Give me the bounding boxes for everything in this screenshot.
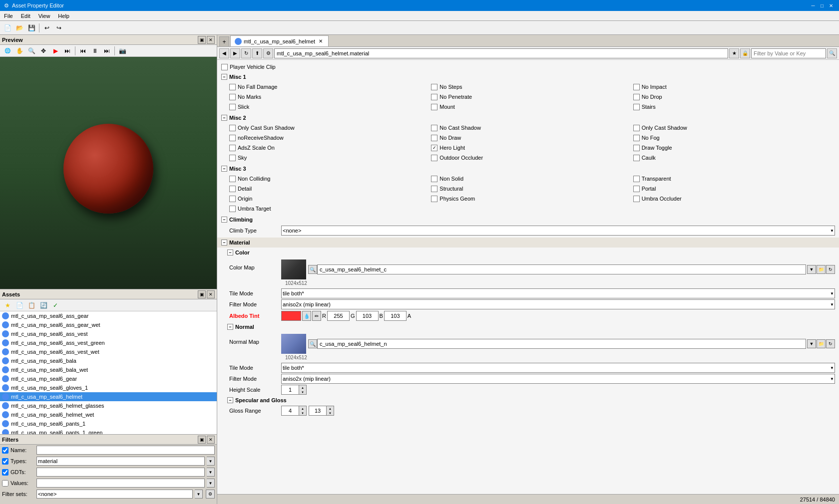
filter-types-input[interactable]: material xyxy=(36,457,205,466)
tab-material[interactable]: mtl_c_usa_mp_seal6_helmet ✕ xyxy=(230,35,329,46)
color-header[interactable]: − Color xyxy=(217,248,839,257)
detail-checkbox[interactable] xyxy=(229,186,236,192)
misc1-header[interactable]: − Misc 1 xyxy=(217,72,839,82)
non-solid-checkbox[interactable] xyxy=(431,176,437,182)
filter-sets-input[interactable]: <none> xyxy=(36,490,193,499)
address-input[interactable]: mtl_c_usa_mp_seal6_helmet.material xyxy=(274,48,728,58)
preview-camera-button[interactable]: 📷 xyxy=(117,45,128,56)
no-draw-checkbox[interactable] xyxy=(431,135,437,141)
gloss-range-input1[interactable]: 4 xyxy=(281,406,299,416)
filters-restore-button[interactable]: ▣ xyxy=(198,436,206,444)
menu-edit[interactable]: Edit xyxy=(17,12,34,20)
color-map-refresh-button[interactable]: ↻ xyxy=(826,265,835,274)
list-item[interactable]: mtl_c_usa_mp_seal6_ass_gear_wet xyxy=(0,320,217,329)
stairs-checkbox[interactable] xyxy=(633,104,640,110)
list-item[interactable]: mtl_c_usa_mp_seal6_bala_wet xyxy=(0,365,217,374)
normal-header[interactable]: − Normal xyxy=(217,322,839,332)
albedo-color-swatch[interactable] xyxy=(281,311,301,321)
no-fog-checkbox[interactable] xyxy=(633,135,640,141)
assets-restore-button[interactable]: ▣ xyxy=(198,290,206,298)
color-map-folder-button[interactable]: 📁 xyxy=(817,265,826,274)
list-item[interactable]: mtl_c_usa_mp_seal6_bala xyxy=(0,356,217,365)
normal-map-folder-button[interactable]: 📁 xyxy=(817,339,826,348)
climbing-header[interactable]: − Climbing xyxy=(217,215,839,225)
no-impact-checkbox[interactable] xyxy=(633,84,640,90)
b-input[interactable]: 103 xyxy=(384,311,407,321)
gloss-range-up2-button[interactable]: ▲ xyxy=(327,406,334,411)
only-cast-shadow-checkbox[interactable] xyxy=(633,125,640,131)
preview-play-button[interactable]: ▶ xyxy=(50,45,61,56)
r-input[interactable]: 255 xyxy=(327,311,350,321)
color-map-search-button[interactable]: 🔍 xyxy=(308,265,317,274)
list-item[interactable]: mtl_c_usa_mp_seal6_pants_1_green xyxy=(0,428,217,434)
menu-view[interactable]: View xyxy=(34,12,54,20)
filter-name-checkbox[interactable] xyxy=(2,447,8,454)
mount-checkbox[interactable] xyxy=(431,104,437,110)
umbra-occluder-checkbox[interactable] xyxy=(633,196,640,202)
preview-forward-button[interactable]: ⏭ xyxy=(62,45,73,56)
material-header[interactable]: − Material xyxy=(217,238,839,248)
filter-sets-action[interactable]: ⚙ xyxy=(206,490,215,499)
preview-pan-button[interactable]: ✋ xyxy=(14,45,25,56)
filter-sets-dropdown[interactable]: ▼ xyxy=(195,490,203,499)
refresh-button[interactable]: ↻ xyxy=(241,48,251,58)
undo-button[interactable]: ↩ xyxy=(41,22,52,33)
filter-name-input[interactable] xyxy=(36,446,215,455)
filter-values-input[interactable] xyxy=(36,479,205,488)
lock-button[interactable]: 🔒 xyxy=(740,48,750,58)
maximize-button[interactable]: □ xyxy=(818,1,826,9)
gloss-range-down1-button[interactable]: ▼ xyxy=(299,411,306,415)
menu-file[interactable]: File xyxy=(0,12,17,20)
preview-restore-button[interactable]: ▣ xyxy=(198,36,206,44)
menu-help[interactable]: Help xyxy=(54,12,73,20)
filter-gdts-checkbox[interactable] xyxy=(2,469,8,476)
assets-add-button[interactable]: 📄 xyxy=(14,300,25,311)
preview-orbit-button[interactable]: 🌐 xyxy=(2,45,13,56)
slick-checkbox[interactable] xyxy=(229,104,236,110)
list-item[interactable]: mtl_c_usa_mp_seal6_gear xyxy=(0,374,217,383)
star-button[interactable]: ★ xyxy=(729,48,739,58)
assets-refresh-button[interactable]: 🔄 xyxy=(38,300,49,311)
normal-map-input[interactable]: c_usa_mp_seal6_helmet_n xyxy=(317,339,806,349)
no-fall-damage-checkbox[interactable] xyxy=(229,84,236,90)
umbra-target-checkbox[interactable] xyxy=(229,206,236,212)
misc2-header[interactable]: − Misc 2 xyxy=(217,113,839,123)
normal-map-dropdown-button[interactable]: ▼ xyxy=(807,339,816,348)
gloss-range-up1-button[interactable]: ▲ xyxy=(299,406,306,411)
g-input[interactable]: 103 xyxy=(356,311,379,321)
close-button[interactable]: ✕ xyxy=(827,1,835,9)
no-marks-checkbox[interactable] xyxy=(229,94,236,100)
list-item-selected[interactable]: mtl_c_usa_mp_seal6_helmet xyxy=(0,392,217,401)
filter-gdts-dropdown[interactable]: ▼ xyxy=(207,468,215,477)
only-cast-sun-shadow-checkbox[interactable] xyxy=(229,125,236,131)
caulk-checkbox[interactable] xyxy=(633,155,640,161)
preview-pause-button[interactable]: ⏸ xyxy=(89,45,100,56)
list-item[interactable]: mtl_c_usa_mp_seal6_ass_vest_green xyxy=(0,338,217,347)
settings-button[interactable]: ⚙ xyxy=(263,48,273,58)
color-map-dropdown-button[interactable]: ▼ xyxy=(807,265,816,274)
preview-close-button[interactable]: ✕ xyxy=(207,36,215,44)
outdoor-occluder-checkbox[interactable] xyxy=(431,155,437,161)
non-colliding-checkbox[interactable] xyxy=(229,176,236,182)
misc3-header[interactable]: − Misc 3 xyxy=(217,164,839,174)
redo-button[interactable]: ↪ xyxy=(53,22,64,33)
tab-close-button[interactable]: ✕ xyxy=(317,38,324,45)
minimize-button[interactable]: ─ xyxy=(809,1,817,9)
normal-map-search-button[interactable]: 🔍 xyxy=(308,339,317,348)
filter-values-checkbox[interactable] xyxy=(2,480,8,487)
list-item[interactable]: mtl_c_usa_mp_seal6_ass_vest_wet xyxy=(0,347,217,356)
assets-close-button[interactable]: ✕ xyxy=(207,290,215,298)
open-button[interactable]: 📂 xyxy=(14,22,25,33)
filter-by-input[interactable] xyxy=(751,48,826,58)
list-item[interactable]: mtl_c_usa_mp_seal6_ass_vest xyxy=(0,329,217,338)
adsz-scale-on-checkbox[interactable] xyxy=(229,145,236,151)
new-tab-button[interactable]: + xyxy=(219,36,229,46)
property-content[interactable]: Player Vehicle Clip − Misc 1 No Fall Dam… xyxy=(217,60,839,494)
assets-list[interactable]: mtl_c_usa_mp_seal6_ass_gear mtl_c_usa_mp… xyxy=(0,311,217,434)
preview-prev-frame[interactable]: ⏮ xyxy=(77,45,88,56)
preview-next-frame[interactable]: ⏭ xyxy=(101,45,112,56)
tile-mode-select[interactable]: tile both* xyxy=(281,288,835,298)
list-item[interactable]: mtl_c_usa_mp_seal6_helmet_glasses xyxy=(0,401,217,410)
list-item[interactable]: mtl_c_usa_mp_seal6_pants_1 xyxy=(0,419,217,428)
no-drop-checkbox[interactable] xyxy=(633,94,640,100)
